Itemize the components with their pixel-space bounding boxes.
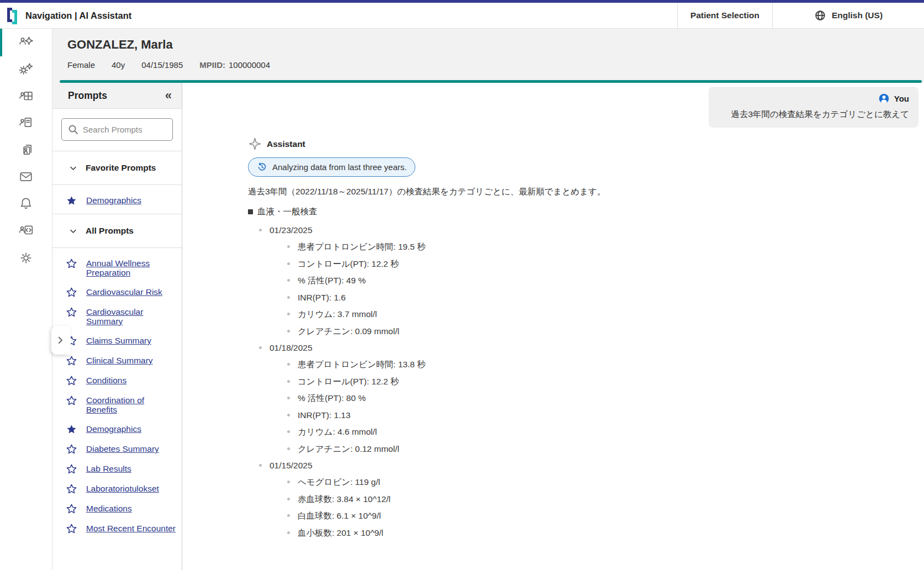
bell-icon xyxy=(19,196,33,210)
sidebar-item-settings[interactable] xyxy=(0,244,52,271)
lab-result-item: コントロール(PT): 12.2 秒 xyxy=(287,376,883,387)
prompt-link[interactable]: Cardiovascular Summary xyxy=(86,307,176,326)
prompt-link[interactable]: Conditions xyxy=(86,376,126,385)
assistant-sparkle-icon xyxy=(248,137,262,151)
prompt-link[interactable]: Cardiovascular Risk xyxy=(86,287,162,297)
lab-date-group: 01/18/2025 患者プロトロンビン時間: 13.8 秒 コントロール(PT… xyxy=(259,342,883,454)
chevron-down-icon xyxy=(69,227,77,235)
prompt-item: Cardiovascular Summary xyxy=(52,302,182,331)
lab-result-item: INR(PT): 1.13 xyxy=(287,410,883,420)
prompt-link[interactable]: Laboratoriotulokset xyxy=(86,484,159,493)
favorite-star-icon[interactable] xyxy=(66,356,77,366)
prompt-link[interactable]: Demographics xyxy=(86,424,141,434)
patient-records-icon xyxy=(19,142,33,157)
language-label: English (US) xyxy=(832,10,883,20)
lab-category-heading: 血液・一般検査 xyxy=(248,206,883,218)
lab-result-item: % 活性(PT): 49 % xyxy=(287,275,883,286)
favorite-star-icon[interactable] xyxy=(66,444,77,454)
chevron-right-icon xyxy=(55,335,65,345)
assistant-intro-text: 過去3年間（2022/11/18～2025/11/17）の検査結果をカテゴリごと… xyxy=(248,186,883,198)
prompt-item: Conditions xyxy=(52,371,182,390)
prompt-item: Laboratoriotulokset xyxy=(52,479,182,499)
app-logo-icon xyxy=(5,7,19,24)
sidebar-item-patient-navigator[interactable] xyxy=(0,29,52,56)
patient-documents-icon xyxy=(19,115,33,130)
prompt-item: Most Recent Encounter xyxy=(52,519,182,539)
prompt-link[interactable]: Claims Summary xyxy=(86,336,151,345)
prompt-link[interactable]: Clinical Summary xyxy=(86,356,153,365)
sidebar-item-mail[interactable] xyxy=(0,163,52,190)
square-bullet-icon xyxy=(248,209,253,214)
favorite-star-icon[interactable] xyxy=(66,395,77,405)
lab-result-item: クレアチニン: 0.12 mmol/l xyxy=(287,444,883,454)
assistant-sender-label: Assistant xyxy=(267,139,305,149)
collapse-panel-button[interactable]: « xyxy=(165,89,172,102)
sidebar-item-notifications[interactable] xyxy=(0,190,52,217)
user-avatar-icon xyxy=(878,93,890,104)
user-sender-label: You xyxy=(894,94,909,103)
favorite-star-icon[interactable] xyxy=(66,376,77,386)
prompt-item: Medications xyxy=(52,499,182,519)
favorite-star-icon[interactable] xyxy=(66,424,77,434)
prompt-link[interactable]: Diabetes Summary xyxy=(86,444,159,453)
language-selector[interactable]: English (US) xyxy=(772,3,924,28)
favorite-star-icon[interactable] xyxy=(66,504,77,514)
patient-selection-button[interactable]: Patient Selection xyxy=(677,3,772,28)
favorite-star-icon[interactable] xyxy=(66,287,77,297)
lab-result-item: INR(PT): 1.6 xyxy=(287,292,883,303)
favorite-star-icon[interactable] xyxy=(66,524,77,534)
favorite-star-icon[interactable] xyxy=(66,307,77,317)
chat-area: You 過去3年間の検査結果をカテゴリごとに教えて Assistant Anal… xyxy=(182,83,924,570)
sidebar-item-automation-settings[interactable] xyxy=(0,56,52,83)
patient-dob: 04/15/1985 xyxy=(141,60,183,70)
prompt-item: Clinical Summary xyxy=(52,351,182,371)
sidebar-item-patient-records[interactable] xyxy=(0,136,52,163)
sidebar-item-patient-documents[interactable] xyxy=(0,109,52,136)
patient-banner: GONZALEZ, Marla Female 40y 04/15/1985 MP… xyxy=(52,29,924,83)
patient-code-icon xyxy=(19,223,33,238)
lab-date-group: 01/23/2025 患者プロトロンビン時間: 19.5 秒 コントロール(PT… xyxy=(259,225,883,336)
app-header: Navigation | AI Assistant Patient Select… xyxy=(0,3,924,29)
lab-date-group: 01/15/2025 ヘモグロビン: 119 g/l 赤血球数: 3.84 × … xyxy=(259,460,883,538)
active-item-indicator xyxy=(0,29,2,56)
prompt-link[interactable]: Medications xyxy=(86,504,132,513)
prompt-item: Lab Results xyxy=(52,459,182,479)
favorite-star-icon[interactable] xyxy=(66,464,77,474)
prompt-link[interactable]: Lab Results xyxy=(86,464,131,473)
sidebar-item-patient-dashboard[interactable] xyxy=(0,82,52,109)
lab-date: 01/23/2025 xyxy=(270,225,313,235)
favorite-star-icon[interactable] xyxy=(66,484,77,494)
expand-panel-button[interactable] xyxy=(51,326,71,355)
lab-result-item: ヘモグロビン: 119 g/l xyxy=(287,477,883,487)
prompt-item: Claims Summary xyxy=(52,331,182,351)
lab-result-item: コントロール(PT): 12.2 秒 xyxy=(287,258,883,269)
favorite-star-icon[interactable] xyxy=(66,196,77,205)
prompt-item: Coordination of Benefits xyxy=(52,390,182,419)
prompt-link[interactable]: Coordination of Benefits xyxy=(86,395,176,414)
mpiid-value: 100000004 xyxy=(229,60,270,70)
prompt-link[interactable]: Most Recent Encounter xyxy=(86,524,176,533)
prompts-panel-header: Prompts « xyxy=(52,83,182,109)
patient-dashboard-icon xyxy=(19,89,33,103)
prompts-panel: Prompts « Favorite Prompts Demographics xyxy=(52,83,182,570)
user-message: You 過去3年間の検査結果をカテゴリごとに教えて xyxy=(709,87,918,128)
patient-name: GONZALEZ, Marla xyxy=(67,38,173,52)
favorite-prompts-list: Demographics xyxy=(52,185,182,214)
prompt-link[interactable]: Annual Wellness Preparation xyxy=(86,258,176,277)
all-prompts-section-header[interactable]: All Prompts xyxy=(52,214,182,248)
sidebar-item-patient-code[interactable] xyxy=(0,217,52,244)
favorite-star-icon[interactable] xyxy=(66,258,77,268)
history-clock-icon xyxy=(257,162,267,172)
globe-icon xyxy=(814,9,826,22)
prompt-item: Demographics xyxy=(52,191,182,210)
status-chip-text: Analyzing data from last three years. xyxy=(272,162,406,172)
prompt-link[interactable]: Demographics xyxy=(86,196,141,205)
prompt-search-section xyxy=(52,109,182,151)
patient-navigator-icon xyxy=(19,35,33,49)
favorite-prompts-section-header[interactable]: Favorite Prompts xyxy=(52,151,182,185)
lab-result-item: カリウム: 3.7 mmol/l xyxy=(287,309,883,319)
analysis-status-chip: Analyzing data from last three years. xyxy=(248,157,415,177)
patient-mpiid: MPIID:100000004 xyxy=(199,60,270,70)
lab-date: 01/15/2025 xyxy=(270,461,313,470)
assistant-message: Assistant Analyzing data from last three… xyxy=(248,137,883,544)
